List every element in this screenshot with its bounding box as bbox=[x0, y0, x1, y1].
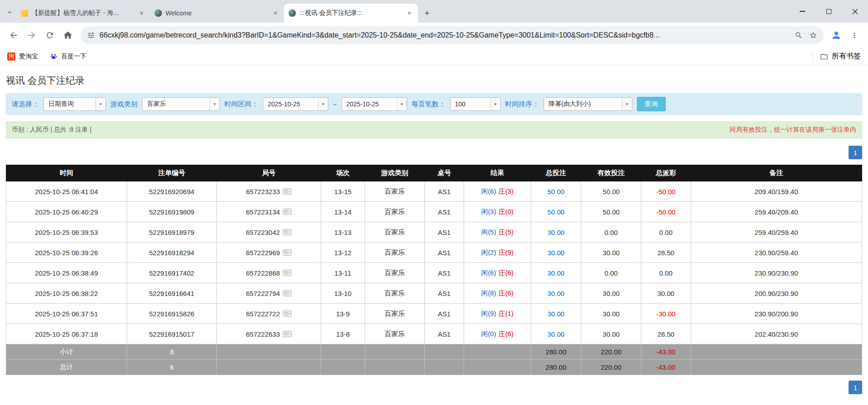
sort-value: 降幂(由大到小) bbox=[544, 98, 622, 110]
minimize-button[interactable] bbox=[789, 0, 816, 23]
date-end-select[interactable]: 2025-10-25 ▼ bbox=[342, 97, 407, 111]
round-detail-icon[interactable] bbox=[283, 290, 292, 296]
result-banker: 庄(6) bbox=[498, 269, 513, 276]
all-bookmarks[interactable]: 所有书签 bbox=[812, 51, 861, 62]
cell-payout: 30.00 bbox=[641, 283, 691, 304]
back-button[interactable] bbox=[5, 26, 23, 44]
kebab-icon bbox=[850, 31, 859, 39]
query-type-select[interactable]: 日期查询 ▼ bbox=[43, 97, 106, 111]
page-1-button[interactable]: 1 bbox=[849, 381, 862, 394]
home-button[interactable] bbox=[59, 26, 77, 44]
zoom-icon[interactable] bbox=[795, 31, 803, 39]
round-detail-icon[interactable] bbox=[283, 188, 292, 195]
cell-bet-id: 522916916641 bbox=[127, 283, 217, 304]
tab-welcome[interactable]: Welcome × bbox=[150, 4, 284, 23]
refresh-button[interactable] bbox=[41, 26, 59, 44]
round-detail-icon[interactable] bbox=[283, 270, 292, 276]
total-bet-link[interactable]: 30.00 bbox=[547, 229, 564, 236]
result-banker: 庄(6) bbox=[498, 330, 513, 338]
tab-search-button[interactable] bbox=[3, 4, 16, 23]
cell-payout: 28.50 bbox=[641, 243, 691, 263]
round-detail-icon[interactable] bbox=[283, 310, 292, 317]
cell-round-id: 657222722 bbox=[217, 304, 321, 324]
taobao-icon: 淘 bbox=[7, 52, 15, 61]
total-bet-link[interactable]: 50.00 bbox=[547, 208, 564, 216]
bookmark-baidu[interactable]: 百度一下 bbox=[50, 52, 86, 61]
cell-valid-bet: 30.00 bbox=[581, 283, 641, 304]
round-id: 657222722 bbox=[246, 310, 280, 318]
cell-time: 2025-10-25 06:39:26 bbox=[6, 243, 127, 263]
col-game-type: 游戏类别 bbox=[365, 165, 424, 181]
bookmark-taobao[interactable]: 淘 爱淘宝 bbox=[7, 52, 38, 61]
round-id: 657223042 bbox=[246, 229, 280, 236]
tab-close-icon[interactable]: × bbox=[405, 9, 413, 17]
result-player: 闲(5) bbox=[481, 228, 496, 236]
bookmark-label: 爱淘宝 bbox=[19, 52, 38, 61]
cell-round-id: 657223042 bbox=[217, 222, 321, 243]
total-bet-link[interactable]: 50.00 bbox=[547, 188, 564, 195]
cell-game-type: 百家乐 bbox=[365, 202, 424, 222]
sort-select[interactable]: 降幂(由大到小) ▼ bbox=[544, 97, 632, 111]
total-bet-link[interactable]: 30.00 bbox=[547, 310, 564, 318]
tab-close-icon[interactable]: × bbox=[138, 9, 146, 17]
url-bar[interactable]: 66cxkj98.com/game/betrecord_search/kind3… bbox=[81, 26, 824, 44]
new-tab-button[interactable] bbox=[421, 7, 433, 19]
table-row: 2025-10-25 06:38:22 522916916641 6572227… bbox=[6, 283, 862, 304]
total-bet-link[interactable]: 30.00 bbox=[547, 330, 564, 338]
cell-payout: 0.00 bbox=[641, 263, 691, 283]
game-type-select[interactable]: 百家乐 ▼ bbox=[142, 97, 220, 111]
cell-valid-bet: 0.00 bbox=[581, 263, 641, 283]
subtotal-label: 小计 bbox=[6, 344, 127, 360]
cell-payout: 0.00 bbox=[641, 222, 691, 243]
search-button[interactable]: 查询 bbox=[637, 97, 666, 111]
cell-note: 259.40/259.40 bbox=[691, 222, 862, 243]
empty-cell bbox=[321, 344, 365, 360]
result-player: 闲(9) bbox=[481, 310, 496, 317]
cell-session: 13-8 bbox=[321, 324, 365, 344]
plus-icon bbox=[423, 10, 431, 17]
cell-game-type: 百家乐 bbox=[365, 181, 424, 202]
total-bet-link[interactable]: 30.00 bbox=[547, 249, 564, 257]
tab-forum-post[interactable]: 【新提醒】杨雪儿的帖子 - 海... × bbox=[16, 4, 150, 23]
cell-bet-id: 522916917402 bbox=[127, 263, 217, 283]
round-detail-icon[interactable] bbox=[283, 249, 292, 256]
total-bet-link[interactable]: 30.00 bbox=[547, 290, 564, 297]
cell-round-id: 657223134 bbox=[217, 202, 321, 222]
round-detail-icon[interactable] bbox=[283, 331, 292, 337]
cell-bet-id: 522916918294 bbox=[127, 243, 217, 263]
tune-icon[interactable] bbox=[87, 31, 95, 39]
result-banker: 庄(9) bbox=[498, 248, 513, 256]
tab-close-icon[interactable]: × bbox=[271, 9, 280, 17]
cell-table: AS1 bbox=[425, 283, 464, 304]
cell-session: 13-11 bbox=[321, 263, 365, 283]
date-start-select[interactable]: 2025-10-25 ▼ bbox=[263, 97, 328, 111]
menu-button[interactable] bbox=[845, 26, 863, 44]
page-size-select[interactable]: 100 ▼ bbox=[450, 97, 501, 111]
currency-summary: 币别 : 人民币 | 总共 :8 注单 | bbox=[12, 126, 91, 134]
tab-strip: 【新提醒】杨雪儿的帖子 - 海... × Welcome × :::视讯 会员下… bbox=[0, 0, 868, 23]
round-detail-icon[interactable] bbox=[283, 209, 292, 215]
cell-time: 2025-10-25 06:37:51 bbox=[6, 304, 127, 324]
profile-avatar[interactable] bbox=[827, 26, 845, 44]
total-bet-link[interactable]: 30.00 bbox=[547, 269, 564, 277]
maximize-button[interactable] bbox=[816, 0, 842, 23]
tab-bet-records[interactable]: :::视讯 会员下注纪录::: × bbox=[284, 4, 418, 23]
cell-result: 闲(9)庄(1) bbox=[464, 304, 531, 324]
page-1-button[interactable]: 1 bbox=[849, 146, 862, 159]
cell-total-bet: 30.00 bbox=[531, 243, 581, 263]
close-button[interactable] bbox=[842, 0, 868, 23]
round-detail-icon[interactable] bbox=[283, 229, 292, 235]
cell-result: 闲(5)庄(5) bbox=[464, 222, 531, 243]
cell-table: AS1 bbox=[425, 222, 464, 243]
chevron-down-icon: ▼ bbox=[490, 98, 500, 110]
table-header-row: 时间 注单编号 局号 场次 游戏类别 桌号 结果 总投注 有效投注 总派彩 备注 bbox=[6, 165, 862, 181]
empty-cell bbox=[365, 344, 424, 360]
round-id: 657222868 bbox=[246, 269, 280, 277]
bookmark-star-icon[interactable] bbox=[809, 31, 817, 39]
summary-bar: 币别 : 人民币 | 总共 :8 注单 | 同局有效投注，统一计算在该局第一张注… bbox=[6, 121, 862, 138]
cell-result: 闲(8)庄(6) bbox=[464, 283, 531, 304]
home-icon bbox=[63, 30, 73, 40]
date-end-value: 2025-10-25 bbox=[342, 98, 397, 110]
forward-button[interactable] bbox=[23, 26, 41, 44]
chevron-down-icon: ▼ bbox=[95, 98, 105, 110]
